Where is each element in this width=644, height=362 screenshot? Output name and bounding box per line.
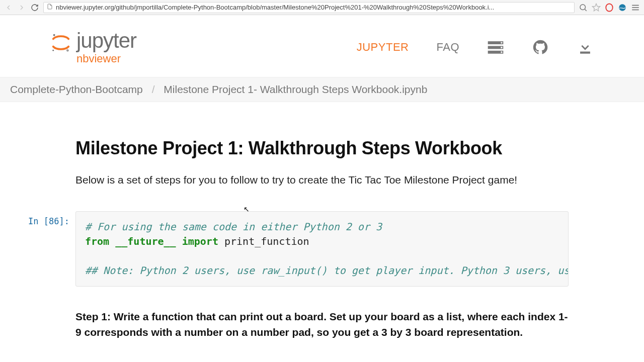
svg-point-8 xyxy=(53,34,55,36)
brand-word-jupyter: jupyter xyxy=(76,30,136,51)
code-module: __future__ xyxy=(115,235,176,247)
page-icon xyxy=(47,4,53,11)
breadcrumb-repo[interactable]: Complete-Python-Bootcamp xyxy=(10,83,143,95)
nav-link-faq[interactable]: FAQ xyxy=(436,41,459,54)
download-icon[interactable] xyxy=(577,39,594,56)
breadcrumb-file[interactable]: Milestone Project 1- Walkthrough Steps W… xyxy=(164,83,427,95)
forward-button[interactable] xyxy=(17,3,26,12)
svg-point-4 xyxy=(619,4,626,11)
code-kw-import: import xyxy=(182,235,218,247)
nav-link-jupyter[interactable]: JUPYTER xyxy=(357,41,409,54)
menu-icon[interactable] xyxy=(631,3,640,12)
breadcrumb: Complete-Python-Bootcamp / Milestone Pro… xyxy=(0,77,644,102)
url-bar[interactable]: nbviewer.jupyter.org/github/jmportilla/C… xyxy=(43,2,575,13)
svg-point-14 xyxy=(501,42,502,43)
github-icon[interactable] xyxy=(532,39,549,56)
svg-point-10 xyxy=(52,50,54,51)
svg-point-0 xyxy=(580,5,586,10)
step-1-text: Step 1: Write a function that can print … xyxy=(75,309,569,340)
extension-opera-icon[interactable] xyxy=(605,3,614,12)
code-name: print_function xyxy=(224,235,309,247)
extension-globe-icon[interactable] xyxy=(618,3,627,12)
svg-line-1 xyxy=(585,9,586,11)
back-button[interactable] xyxy=(4,3,13,12)
notebook-content: Milestone Project 1: Walkthrough Steps W… xyxy=(0,102,644,340)
reload-button[interactable] xyxy=(30,3,39,12)
svg-point-9 xyxy=(66,49,69,52)
code-block: # For using the same code in either Pyth… xyxy=(75,211,569,287)
url-text: nbviewer.jupyter.org/github/jmportilla/C… xyxy=(56,4,494,11)
svg-marker-2 xyxy=(593,4,600,11)
jupyter-logo-icon xyxy=(50,32,71,53)
brand-logo[interactable]: jupyter nbviewer xyxy=(50,30,136,64)
breadcrumb-separator: / xyxy=(146,83,161,95)
search-icon[interactable] xyxy=(579,3,588,12)
code-comment-2: ## Note: Python 2 users, use raw_input()… xyxy=(85,264,569,277)
browser-toolbar: nbviewer.jupyter.org/github/jmportilla/C… xyxy=(0,0,644,15)
cell-prompt: In [86]: xyxy=(15,211,75,287)
code-kw-from: from xyxy=(85,235,109,247)
brand-word-nbviewer: nbviewer xyxy=(76,53,136,64)
svg-point-3 xyxy=(606,4,613,11)
nav-threelines-icon[interactable] xyxy=(487,39,504,56)
chrome-right-icons xyxy=(579,3,640,12)
page-title: Milestone Project 1: Walkthrough Steps W… xyxy=(75,137,569,159)
code-comment-1: # For using the same code in either Pyth… xyxy=(85,221,382,233)
top-nav: JUPYTER FAQ xyxy=(357,39,594,56)
svg-point-15 xyxy=(501,47,502,48)
code-cell: In [86]: # For using the same code in ei… xyxy=(15,211,569,287)
svg-point-16 xyxy=(501,51,502,53)
star-icon[interactable] xyxy=(592,3,601,12)
intro-paragraph: Below is a set of steps for you to follo… xyxy=(75,174,569,186)
site-header: jupyter nbviewer JUPYTER FAQ xyxy=(0,15,644,77)
